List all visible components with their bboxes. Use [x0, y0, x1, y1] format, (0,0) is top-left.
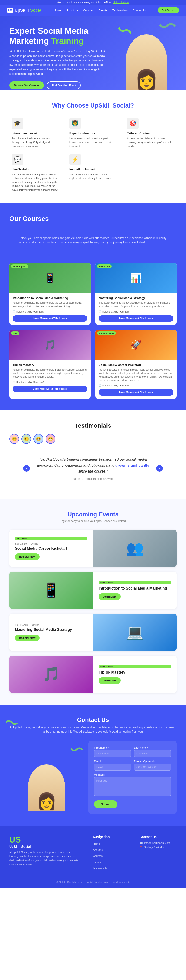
- event-btn-2[interactable]: Learn More: [99, 593, 121, 600]
- contact-grid: 〜 👩 First name * Last name *: [9, 741, 177, 814]
- footer-nav-col: Navigation Home About Us Courses Events …: [93, 835, 130, 870]
- footer-link-home[interactable]: Home: [93, 842, 100, 845]
- avatar-4: 😁: [46, 434, 55, 444]
- footer-link-testimonials[interactable]: Testimonials: [93, 867, 107, 869]
- event-info-3: Thu 16 Aug — Online Mastering Social Med…: [9, 614, 93, 651]
- firstname-input[interactable]: [94, 750, 131, 757]
- footer: US UpSkill Social At UpSkill Social, we …: [0, 826, 186, 888]
- hero-description: At UpSkill Social, we believe in the pow…: [9, 49, 107, 76]
- browse-courses-button[interactable]: Browse Our Courses: [9, 81, 44, 89]
- events-title-highlight: Events: [99, 511, 118, 518]
- course-desc-3: Perfect for beginners, this course cover…: [13, 368, 87, 379]
- nav-links: Home About Us Courses Events Testimonial…: [54, 8, 147, 12]
- event-image-2: 📱: [9, 572, 93, 609]
- feature-icon-emoji-5: ⚡: [72, 156, 79, 163]
- footer-link-about[interactable]: About Us: [93, 848, 104, 851]
- events-title: Upcoming Events: [9, 511, 177, 518]
- contact-section: Contact Us At UpSkill Social, we value y…: [0, 705, 186, 826]
- form-field-lastname: Last name *: [134, 746, 171, 757]
- event-image-4: 🎵: [9, 655, 93, 693]
- quote-highlight: grown significantly: [115, 463, 149, 468]
- logo-box: US: [7, 8, 13, 13]
- event-btn-3[interactable]: Register Now: [15, 635, 39, 641]
- courses-section: Our Courses Unlock your career opportuni…: [0, 204, 186, 410]
- footer-contact-address: 📍 Sydney, Australia: [140, 846, 177, 849]
- event-image-icon-3: 💻: [126, 624, 144, 640]
- footer-email-text: info@upskillsocial.com: [144, 842, 170, 844]
- feature-icon-4: 💬: [12, 154, 23, 165]
- events-list: Next Event Sep 18-19 — Online Social Med…: [9, 530, 177, 693]
- logo[interactable]: US UpSkill Social: [7, 8, 43, 13]
- nav-testimonials[interactable]: Testimonials: [112, 9, 128, 12]
- footer-link-events[interactable]: Events: [93, 861, 101, 863]
- event-title-4: TikTok Mastery: [99, 670, 171, 675]
- event-title-2: Introduction to Social Media Marketing: [99, 586, 171, 590]
- courses-title: Our Courses: [9, 215, 177, 223]
- find-event-button[interactable]: Find Our Next Event: [47, 81, 81, 89]
- nav-about[interactable]: About Us: [66, 9, 78, 12]
- course-btn-3[interactable]: Learn More About This Course: [13, 386, 87, 392]
- lastname-input[interactable]: [134, 750, 171, 757]
- form-row-message: Message: [94, 773, 171, 796]
- carousel-prev-button[interactable]: ‹: [23, 465, 30, 472]
- feature-icon-emoji-3: 🎯: [129, 120, 136, 127]
- footer-nav-title: Navigation: [93, 835, 130, 838]
- event-date-1: Sep 18-19 — Online: [15, 542, 87, 545]
- hero-title: Expert Social Media Marketing Training: [9, 26, 107, 46]
- feature-icon-5: ⚡: [69, 154, 81, 165]
- course-tag-2: Best Value: [97, 264, 112, 268]
- feature-title-4: Live Training: [12, 168, 59, 171]
- feature-title-5: Immediate Impact: [69, 168, 117, 171]
- nav-contact[interactable]: Contact Us: [133, 9, 147, 12]
- feature-title-2: Expert Instructors: [69, 132, 117, 135]
- avatar-1: 😊: [9, 434, 19, 444]
- carousel-next-button[interactable]: ›: [156, 465, 163, 472]
- course-duration-3: 🕐 Duration: 1 day (9am-5pm): [13, 381, 87, 383]
- event-row-3: Thu 16 Aug — Online Mastering Social Med…: [9, 614, 177, 651]
- feature-desc-1: Participate actively in our courses, thr…: [12, 137, 59, 148]
- contact-form: First name * Last name * Email * Phone (…: [88, 741, 177, 814]
- course-btn-2[interactable]: Learn More About This Course: [99, 315, 173, 321]
- event-row-1: Next Event Sep 18-19 — Online Social Med…: [9, 530, 177, 567]
- why-title-highlight: UpSkill Social: [90, 102, 130, 109]
- firstname-label: First name *: [94, 746, 131, 749]
- event-row-4: 🎵 Next Session TikTok Mastery Learn More: [9, 655, 177, 693]
- phone-input[interactable]: [134, 764, 171, 770]
- feature-tailored-content: 🎯 Tailored Content Access content tailor…: [125, 118, 177, 148]
- notification-link[interactable]: Subscribe Now: [113, 1, 129, 4]
- feature-interactive-learning: 🎓 Interactive Learning Participate activ…: [9, 118, 61, 148]
- hero-title-highlight: Training: [51, 36, 84, 46]
- footer-link-courses[interactable]: Courses: [93, 854, 102, 858]
- hero-content: Expert Social Media Marketing Training A…: [9, 26, 107, 89]
- course-icon-2: 📊: [130, 272, 142, 283]
- submit-button[interactable]: Submit: [94, 800, 117, 808]
- testimonials-section: Testimonials 😊 🙂 😄 😁 ‹ "UpSkill Social's…: [0, 410, 186, 499]
- feature-live-training: 💬 Live Training Join live sessions that …: [9, 154, 61, 192]
- navbar-cta-button[interactable]: Get Started: [158, 7, 179, 13]
- event-btn-1[interactable]: Register Now: [15, 554, 39, 560]
- testimonials-title: Testimonials: [9, 422, 177, 430]
- email-input[interactable]: [94, 764, 131, 770]
- events-subtitle: Register early to secure your spot. Spac…: [9, 519, 177, 523]
- contact-person-figure: 👩: [36, 792, 57, 811]
- nav-courses[interactable]: Courses: [83, 9, 94, 12]
- course-btn-1[interactable]: Learn More About This Course: [13, 315, 87, 321]
- form-row-email: Email * Phone (Optional): [94, 760, 171, 770]
- footer-contact-col: Contact Us ✉️ info@upskillsocial.com 📍 S…: [140, 835, 177, 870]
- message-textarea[interactable]: [94, 777, 171, 796]
- event-btn-4[interactable]: Learn More: [99, 677, 121, 684]
- form-row-name: First name * Last name *: [94, 746, 171, 757]
- course-btn-4[interactable]: Learn More About This Course: [99, 389, 173, 396]
- hero-buttons: Browse Our Courses Find Our Next Event: [9, 81, 107, 89]
- clock-icon-4: 🕐: [99, 384, 101, 387]
- avatar-row: 😊 🙂 😄 😁: [9, 434, 177, 444]
- feature-icon-emoji-1: 🎓: [14, 120, 21, 127]
- event-info-1: Next Event Sep 18-19 — Online Social Med…: [9, 530, 93, 567]
- nav-home[interactable]: Home: [54, 9, 61, 12]
- feature-desc-2: Learn from skilled, industry-expert inst…: [69, 137, 117, 148]
- email-icon: ✉️: [140, 842, 143, 845]
- nav-events[interactable]: Events: [99, 9, 107, 12]
- course-desc-2: This course dives into the advanced tact…: [99, 301, 173, 308]
- message-label: Message: [94, 773, 171, 776]
- course-title-4: Social Media Career Kickstart: [99, 363, 173, 367]
